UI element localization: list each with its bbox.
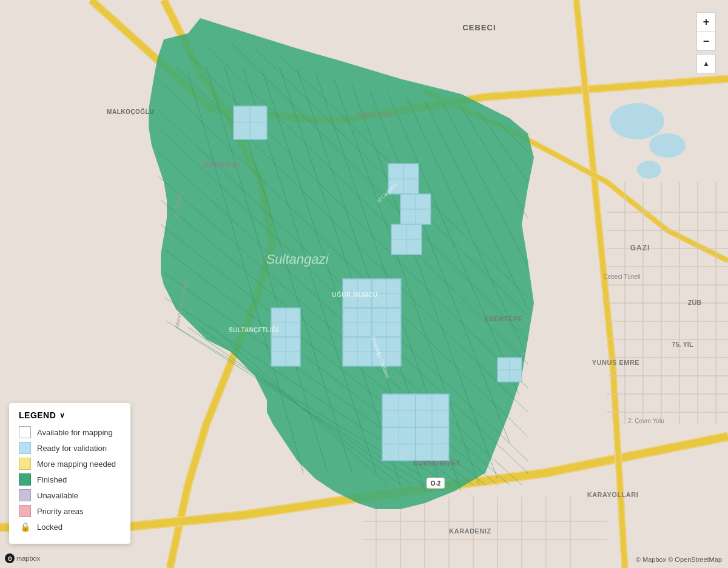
legend-chevron-icon[interactable]: ∨ xyxy=(59,411,66,419)
svg-text:UĞUR MUMCU: UĞUR MUMCU xyxy=(332,291,378,298)
legend-label-unavailable: Unavailable xyxy=(37,491,78,500)
legend-label-validation: Ready for validation xyxy=(37,444,107,453)
svg-text:KARADENIZ: KARADENIZ xyxy=(449,527,491,535)
legend-swatch-priority xyxy=(19,505,31,517)
legend-item-finished: Finished xyxy=(19,473,121,486)
legend-swatch-finished xyxy=(19,473,31,486)
compass-button[interactable]: ▲ xyxy=(696,54,716,73)
legend-swatch-available xyxy=(19,426,31,438)
legend-item-validation: Ready for validation xyxy=(19,442,121,454)
svg-point-1 xyxy=(610,103,664,139)
svg-text:2. Çevre Yolu: 2. Çevre Yolu xyxy=(628,418,664,424)
svg-text:İSMETPAŞA: İSMETPAŞA xyxy=(203,161,240,169)
attribution: © Mapbox © OpenStreetMap xyxy=(636,556,722,563)
legend-label-finished: Finished xyxy=(37,475,67,484)
zoom-out-button[interactable]: − xyxy=(696,32,716,51)
mapbox-logo: ⊙ mapbox xyxy=(5,553,40,563)
legend-title[interactable]: LEGEND ∨ xyxy=(19,410,121,420)
legend-item-locked: 🔒 Locked xyxy=(19,521,121,533)
svg-point-2 xyxy=(649,133,686,158)
svg-text:O-2: O-2 xyxy=(431,480,441,487)
legend-swatch-unavailable xyxy=(19,489,31,501)
zoom-in-button[interactable]: + xyxy=(696,12,716,32)
svg-text:GAZI: GAZI xyxy=(630,244,650,252)
legend-swatch-validation xyxy=(19,442,31,454)
legend-label-locked: Locked xyxy=(37,523,62,532)
legend-swatch-more-mapping xyxy=(19,458,31,470)
svg-text:Cebeci Tüneli: Cebeci Tüneli xyxy=(356,111,396,118)
svg-text:MALKOÇOĞLU: MALKOÇOĞLU xyxy=(107,108,154,115)
legend-item-available: Available for mapping xyxy=(19,426,121,438)
attribution-text: © Mapbox © OpenStreetMap xyxy=(636,556,722,563)
mapbox-logo-text: mapbox xyxy=(16,555,40,562)
svg-text:75. YIL: 75. YIL xyxy=(672,341,693,348)
legend-item-unavailable: Unavailable xyxy=(19,489,121,501)
map-container[interactable]: CEBECI Cebeci Tüneli MALKOÇOĞLU İSMETPAŞ… xyxy=(0,0,728,568)
svg-text:ESENTEPE: ESENTEPE xyxy=(485,315,523,322)
legend-title-text: LEGEND xyxy=(19,410,56,420)
legend-label-available: Available for mapping xyxy=(37,428,113,437)
svg-text:CUMHURIYET: CUMHURIYET xyxy=(413,459,460,467)
svg-text:KARAYOLLARI: KARAYOLLARI xyxy=(587,491,639,498)
svg-text:CEBECI: CEBECI xyxy=(462,23,496,32)
legend-label-priority: Priority areas xyxy=(37,507,84,516)
map-controls: + − ▲ xyxy=(696,12,716,73)
svg-point-3 xyxy=(637,161,661,179)
legend-item-priority: Priority areas xyxy=(19,505,121,517)
svg-text:YUNUS EMRE: YUNUS EMRE xyxy=(592,359,639,366)
svg-text:Cebeci Tüneli: Cebeci Tüneli xyxy=(604,273,641,280)
legend-swatch-locked: 🔒 xyxy=(19,521,31,533)
legend: LEGEND ∨ Available for mapping Ready for… xyxy=(9,403,130,544)
legend-item-more-mapping: More mapping needed xyxy=(19,458,121,470)
svg-text:ZÜB: ZÜB xyxy=(688,299,702,306)
svg-text:Sultangazi: Sultangazi xyxy=(266,252,329,267)
mapbox-logo-icon: ⊙ xyxy=(5,553,15,563)
svg-text:SULTANÇFTLIĞI: SULTANÇFTLIĞI xyxy=(229,326,278,333)
legend-label-more-mapping: More mapping needed xyxy=(37,459,116,469)
